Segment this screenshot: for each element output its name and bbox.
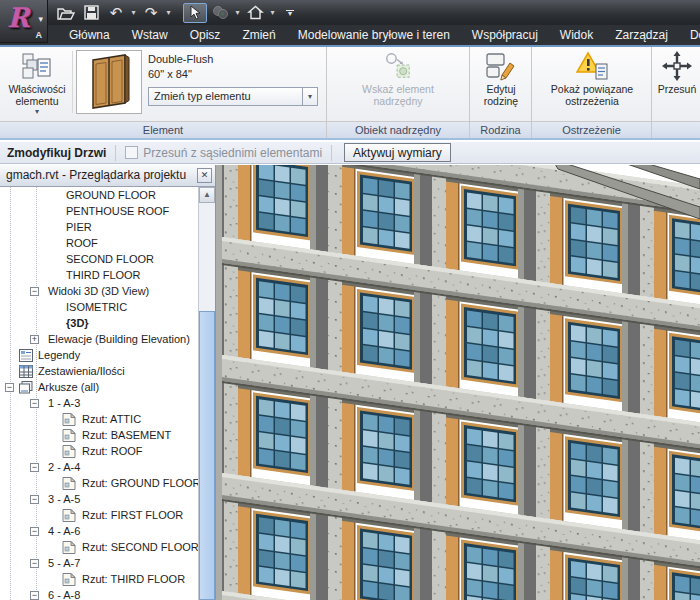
activate-dimensions-button[interactable]: Aktywuj wymiary: [344, 143, 451, 162]
tree-item-3d[interactable]: {3D}: [0, 315, 199, 331]
render-dropdown-icon[interactable]: ▾: [233, 3, 242, 23]
warning-icon: [576, 49, 608, 83]
project-browser-header[interactable]: gmach.rvt - Przeglądarka projektu ✕: [0, 165, 215, 187]
pick-host-button[interactable]: Wskaż element nadrzędny: [341, 49, 455, 107]
sheet-icon: [62, 429, 76, 442]
project-browser: gmach.rvt - Przeglądarka projektu ✕ GROU…: [0, 165, 216, 600]
element-properties-button[interactable]: Właściwości elementu ▾: [4, 49, 70, 116]
panel-move: Przesuń: [652, 47, 700, 138]
change-element-type-select[interactable]: Zmień typ elementu ▾: [148, 87, 318, 106]
legend-icon: [19, 349, 33, 362]
tree-item-zestawienia-ilosci[interactable]: Zestawienia/Ilości: [0, 363, 199, 379]
collapse-icon[interactable]: −: [30, 399, 39, 408]
3d-view-canvas[interactable]: [222, 165, 700, 600]
scroll-up-icon[interactable]: ▲: [199, 187, 215, 203]
tree-item-rzut-basement[interactable]: Rzut: BASEMENT: [0, 427, 199, 443]
collapse-icon[interactable]: −: [30, 495, 39, 504]
tree-item-1-a-3[interactable]: −1 - A-3: [0, 395, 199, 411]
pointer-icon[interactable]: [183, 3, 207, 23]
tab-g-owna[interactable]: Główna: [58, 25, 121, 45]
tree-item-rzut-roof[interactable]: Rzut: ROOF: [0, 443, 199, 459]
tree-item-4-a-6[interactable]: −4 - A-6: [0, 523, 199, 539]
tree-item-rzut-first-floor[interactable]: Rzut: FIRST FLOOR: [0, 507, 199, 523]
collapse-icon[interactable]: −: [5, 383, 14, 392]
collapse-icon[interactable]: −: [30, 559, 39, 568]
render-gallery-icon[interactable]: [208, 3, 232, 23]
scrollbar-thumb[interactable]: [199, 311, 215, 600]
tab-widok[interactable]: Widok: [549, 25, 604, 45]
door-type-preview[interactable]: [76, 50, 142, 114]
tree-item-rzut-second-floor[interactable]: Rzut: SECOND FLOOR: [0, 539, 199, 555]
tree-item-rzut-third-floor[interactable]: Rzut: THIRD FLOOR: [0, 571, 199, 587]
save-icon[interactable]: [79, 3, 103, 23]
show-related-warnings-button[interactable]: Pokaż powiązane ostrzeżenia: [537, 49, 647, 107]
edit-family-button[interactable]: Edytuj rodzinę: [474, 49, 528, 107]
tab-modelowanie-bry-owe-i-teren[interactable]: Modelowanie bryłowe i teren: [287, 25, 461, 45]
customize-icon[interactable]: ▾: [278, 3, 302, 23]
tree-item-label: Rzut: SECOND FLOOR: [82, 540, 199, 555]
edit-family-label: Edytuj rodzinę: [475, 83, 527, 107]
open-icon[interactable]: [54, 3, 78, 23]
tree-item-label: THIRD FLOOR: [66, 268, 141, 283]
autodesk-badge: A: [36, 30, 43, 40]
chevron-down-icon: ▾: [38, 14, 43, 24]
tree-item-isometric[interactable]: ISOMETRIC: [0, 299, 199, 315]
sheet-icon: [62, 477, 76, 490]
move-with-nearby-label: Przesuń z sąsiednimi elementami: [143, 146, 322, 160]
tab-opisz[interactable]: Opisz: [179, 25, 232, 45]
undo-icon[interactable]: ↶: [104, 3, 128, 23]
tree-item-ground-floor[interactable]: GROUND FLOOR: [0, 187, 199, 203]
sheet-icon: [62, 413, 76, 426]
tree-item-widoki-3d-3d-view[interactable]: −Widoki 3D (3D View): [0, 283, 199, 299]
tree-item-third-floor[interactable]: THIRD FLOOR: [0, 267, 199, 283]
tree-item-2-a-4[interactable]: −2 - A-4: [0, 459, 199, 475]
redo-dropdown-icon[interactable]: ▾: [164, 3, 173, 23]
home-dropdown-icon[interactable]: ▾: [268, 3, 277, 23]
tree-item-3-a-5[interactable]: −3 - A-5: [0, 491, 199, 507]
tab-zarzadzaj[interactable]: Zarządzaj: [604, 25, 679, 45]
tree-item-penthouse-roof[interactable]: PENTHOUSE ROOF: [0, 203, 199, 219]
tab-zmien[interactable]: Zmień: [231, 25, 286, 45]
close-icon[interactable]: ✕: [197, 168, 212, 183]
tree-item-label: 1 - A-3: [48, 396, 80, 411]
expand-icon[interactable]: +: [30, 335, 39, 344]
collapse-icon[interactable]: −: [30, 527, 39, 536]
tree-item-second-floor[interactable]: SECOND FLOOR: [0, 251, 199, 267]
modify-mode-label: Zmodyfikuj Drzwi: [7, 146, 106, 160]
tree-item-label: Arkusze (all): [38, 380, 99, 395]
tree-item-rzut-ground-floor[interactable]: Rzut: GROUND FLOOR: [0, 475, 199, 491]
sheets-icon: [19, 381, 33, 394]
pick-host-label: Wskaż element nadrzędny: [342, 83, 454, 107]
tree-item-elewacje-building-elevation[interactable]: +Elewacje (Building Elevation): [0, 331, 199, 347]
tree-item-6-a-8[interactable]: −6 - A-8: [0, 587, 199, 600]
tab-wstaw[interactable]: Wstaw: [121, 25, 179, 45]
home-3d-icon[interactable]: [243, 3, 267, 23]
undo-dropdown-icon[interactable]: ▾: [129, 3, 138, 23]
browser-scrollbar[interactable]: ▲: [198, 187, 215, 600]
tab-wspo-pracuj[interactable]: Współpracuj: [461, 25, 549, 45]
tree-item-rzut-attic[interactable]: Rzut: ATTIC: [0, 411, 199, 427]
tree-item-legendy[interactable]: Legendy: [0, 347, 199, 363]
collapse-icon[interactable]: −: [30, 287, 39, 296]
move-button[interactable]: Przesuń: [654, 49, 700, 95]
tree-item-label: Legendy: [38, 348, 80, 363]
tree-item-roof[interactable]: ROOF: [0, 235, 199, 251]
project-browser-title: gmach.rvt - Przeglądarka projektu: [6, 168, 186, 182]
panel-label-host: Obiekt nadrzędny: [327, 121, 469, 138]
tree-item-arkusze-all[interactable]: −Arkusze (all): [0, 379, 199, 395]
collapse-icon[interactable]: −: [30, 591, 39, 600]
tree-item-label: GROUND FLOOR: [66, 188, 156, 203]
redo-icon[interactable]: ↷: [139, 3, 163, 23]
tab-dodatki[interactable]: Dodatki: [679, 25, 700, 45]
tree-item-pier[interactable]: PIER: [0, 219, 199, 235]
tree-item-label: Rzut: BASEMENT: [82, 428, 171, 443]
chevron-down-icon: ▾: [35, 107, 39, 116]
revit-logo: R: [7, 2, 29, 33]
tree-item-label: Rzut: ATTIC: [82, 412, 141, 427]
tree-item-label: Elewacje (Building Elevation): [48, 332, 190, 347]
application-menu-button[interactable]: R ▾ A: [0, 0, 48, 43]
tree-item-5-a-7[interactable]: −5 - A-7: [0, 555, 199, 571]
collapse-icon[interactable]: −: [30, 463, 39, 472]
ribbon-tabs: GłównaWstawOpiszZmieńModelowanie bryłowe…: [0, 25, 700, 47]
move-with-nearby-checkbox[interactable]: [125, 146, 138, 159]
